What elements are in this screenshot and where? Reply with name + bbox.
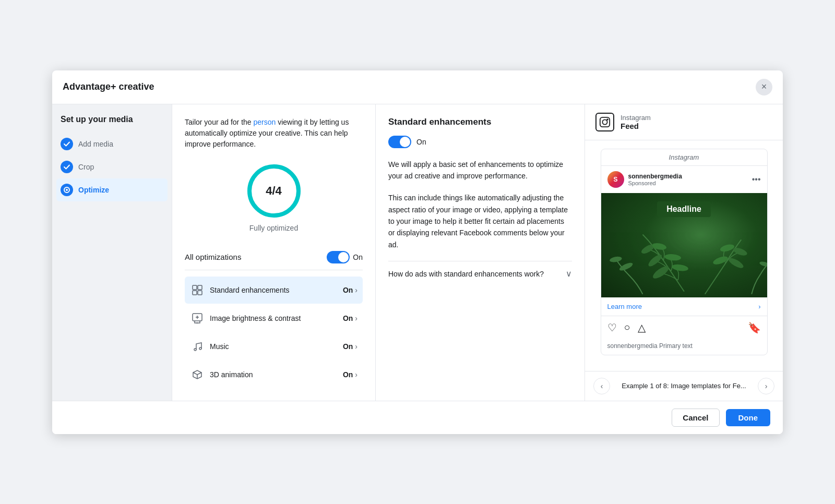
ig-headline-overlay: Headline — [657, 201, 711, 217]
chevron-right-icon-animation: › — [355, 370, 357, 379]
svg-point-30 — [759, 260, 767, 267]
preview-prev-button[interactable]: ‹ — [593, 378, 610, 394]
chevron-right-icon-brightness: › — [355, 314, 357, 322]
opt-status-music: On — [343, 342, 353, 351]
optimization-item-brightness[interactable]: Image brightness & contrast On › — [185, 305, 363, 332]
ig-user-text: sonnenbergmedia Sponsored — [628, 173, 682, 186]
modal: Advantage+ creative × Set up your media … — [52, 70, 783, 434]
sidebar-item-optimize[interactable]: Optimize — [56, 178, 168, 201]
standard-enhancements-toggle[interactable] — [388, 136, 411, 148]
ig-user-info: S sonnenbergmedia Sponsored — [607, 171, 682, 188]
svg-point-17 — [607, 119, 608, 120]
brightness-contrast-icon — [190, 311, 205, 326]
faq-row[interactable]: How do ads with standard enhancements wo… — [388, 261, 572, 286]
ig-learn-more[interactable]: Learn more › — [601, 297, 767, 316]
opt-item-left-standard: Standard enhancements — [190, 283, 290, 297]
ig-like-icon[interactable]: ♡ — [607, 321, 617, 334]
sidebar-item-crop[interactable]: Crop — [52, 155, 172, 178]
all-optimizations-label: All optimizations — [185, 253, 241, 261]
preview-header: Instagram Feed — [585, 104, 783, 140]
music-icon — [190, 339, 205, 354]
ig-bookmark-icon[interactable]: 🔖 — [748, 321, 761, 334]
optimized-label: Fully optimized — [249, 224, 298, 232]
ig-more-icon[interactable]: ••• — [752, 175, 761, 184]
opt-status-brightness: On — [343, 314, 353, 322]
all-optimizations-row: All optimizations On — [185, 245, 363, 270]
standard-enhancements-icon — [190, 283, 205, 297]
instagram-platform-icon — [595, 113, 614, 131]
svg-point-12 — [194, 349, 196, 351]
sidebar-item-add-media[interactable]: Add media — [52, 133, 172, 155]
opt-name-standard: Standard enhancements — [210, 286, 290, 294]
opt-item-left-brightness: Image brightness & contrast — [190, 311, 301, 326]
3d-animation-icon — [190, 367, 205, 382]
ig-post-header: S sonnenbergmedia Sponsored ••• — [601, 166, 767, 193]
svg-rect-15 — [600, 117, 610, 126]
ig-sponsored-label: Sponsored — [628, 180, 682, 186]
ig-post-image: Headline — [601, 193, 767, 297]
left-panel: Tailor your ad for the person viewing it… — [172, 104, 376, 401]
ig-primary-text: sonnenbergmedia Primary text — [601, 339, 767, 355]
right-panel: Instagram Feed Instagram S — [584, 104, 783, 401]
progress-circle-container: 4/4 Fully optimized — [185, 162, 363, 232]
all-optimizations-on-label: On — [353, 253, 363, 261]
enhancement-toggle-row: On — [388, 136, 572, 148]
opt-name-music: Music — [210, 342, 229, 351]
preview-footer: ‹ Example 1 of 8: Image templates for Fe… — [585, 371, 783, 401]
progress-value: 4/4 — [266, 184, 282, 198]
svg-point-26 — [727, 256, 745, 270]
svg-point-16 — [602, 119, 607, 124]
opt-right-standard: On › — [343, 286, 357, 294]
sidebar: Set up your media Add media Crop — [52, 104, 172, 401]
svg-point-23 — [671, 263, 688, 271]
modal-footer: Cancel Done — [52, 401, 783, 434]
faq-chevron-icon: ∨ — [566, 269, 572, 279]
main-content: Tailor your ad for the person viewing it… — [172, 104, 783, 401]
svg-point-22 — [651, 264, 670, 281]
person-link[interactable]: person — [254, 118, 276, 126]
svg-point-13 — [199, 347, 201, 350]
chevron-right-icon-music: › — [355, 342, 357, 351]
cancel-button[interactable]: Cancel — [672, 409, 719, 427]
learn-more-chevron-icon: › — [758, 303, 760, 310]
svg-point-21 — [664, 253, 681, 261]
instagram-post-preview: Instagram S sonnenbergmedia Sponsored — [601, 149, 768, 355]
opt-name-brightness: Image brightness & contrast — [210, 314, 301, 322]
all-optimizations-toggle-container: On — [327, 251, 363, 263]
opt-right-music: On › — [343, 342, 357, 351]
opt-status-standard: On — [343, 286, 353, 294]
close-button[interactable]: × — [756, 79, 772, 95]
sidebar-label-add-media: Add media — [78, 140, 113, 148]
ig-username: sonnenbergmedia — [628, 173, 682, 180]
modal-body: Set up your media Add media Crop — [52, 104, 783, 401]
instagram-label: Instagram — [601, 149, 767, 166]
optimization-item-music[interactable]: Music On › — [185, 333, 363, 360]
svg-rect-7 — [198, 291, 202, 295]
optimization-item-standard[interactable]: Standard enhancements On › — [185, 277, 363, 304]
opt-status-animation: On — [343, 370, 353, 379]
all-optimizations-toggle[interactable] — [327, 251, 350, 263]
step-icon-crop — [61, 161, 73, 173]
optimization-item-animation[interactable]: 3D animation On › — [185, 361, 363, 388]
opt-item-left-music: Music — [190, 339, 229, 354]
svg-point-1 — [66, 189, 68, 191]
optimization-list: Standard enhancements On › — [185, 277, 363, 388]
opt-right-animation: On › — [343, 370, 357, 379]
ig-actions-row: ♡ ○ △ 🔖 — [601, 316, 767, 339]
ig-share-icon[interactable]: △ — [638, 321, 646, 334]
ig-comment-icon[interactable]: ○ — [624, 321, 630, 333]
enhancements-title: Standard enhancements — [388, 117, 572, 127]
enhancement-description-2: This can include things like automatical… — [388, 192, 572, 250]
preview-next-button[interactable]: › — [758, 378, 774, 394]
done-button[interactable]: Done — [726, 409, 771, 426]
sidebar-label-optimize: Optimize — [78, 186, 109, 194]
sidebar-title: Set up your media — [52, 115, 172, 133]
svg-point-28 — [609, 256, 622, 263]
modal-header: Advantage+ creative × — [52, 70, 783, 104]
enhancement-description-1: We will apply a basic set of enhancement… — [388, 159, 572, 182]
chevron-right-icon-standard: › — [355, 286, 357, 294]
svg-point-19 — [651, 242, 666, 251]
preview-example-label: Example 1 of 8: Image templates for Fe..… — [614, 382, 754, 390]
preview-platform-name: Instagram — [621, 114, 651, 122]
ig-headline-text: Headline — [666, 205, 701, 213]
